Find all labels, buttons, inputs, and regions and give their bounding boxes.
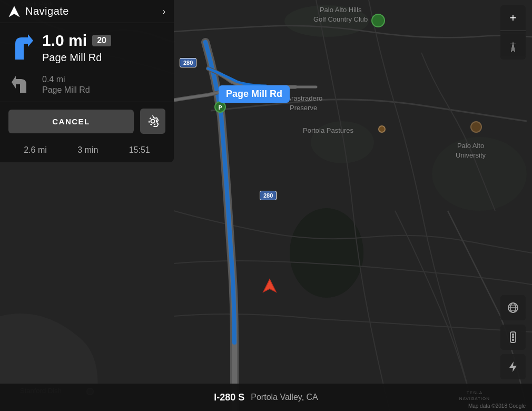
highway-badge-main: 280	[260, 191, 277, 200]
svg-point-4	[432, 137, 527, 211]
primary-street: Page Mill Rd	[42, 52, 111, 64]
portola-pastures-icon	[378, 125, 386, 133]
primary-instruction: 1.0 mi 20 Page Mill Rd	[0, 23, 174, 70]
nav-header-left: Navigate	[8, 5, 69, 17]
svg-marker-14	[511, 42, 515, 52]
svg-marker-10	[9, 6, 19, 17]
svg-point-2	[311, 121, 374, 163]
stat-time: 15:51	[129, 145, 150, 155]
secondary-info: 0.4 mi Page Mill Rd	[42, 75, 90, 95]
traffic-button[interactable]	[500, 325, 526, 350]
primary-distance: 1.0 mi	[42, 32, 87, 50]
primary-info: 1.0 mi 20 Page Mill Rd	[42, 32, 111, 64]
highway-badge-top: 280	[180, 58, 196, 67]
bolt-icon	[507, 360, 519, 373]
svg-text:P: P	[219, 105, 222, 111]
settings-button[interactable]	[140, 109, 165, 134]
primary-distance-row: 1.0 mi 20	[42, 32, 111, 50]
location-label: Portola Valley, CA	[251, 393, 318, 402]
trip-stats: 2.6 mi 3 min 15:51	[0, 140, 174, 162]
secondary-street: Page Mill Rd	[42, 85, 90, 95]
stat-distance: 2.6 mi	[24, 145, 47, 155]
svg-point-3	[290, 208, 363, 298]
bottom-bar: I-280 S Portola Valley, CA TESLA NAVIGAT…	[0, 384, 532, 411]
actions-row: CANCEL	[0, 102, 174, 140]
navigate-icon	[8, 6, 20, 17]
road-label: I-280 S	[214, 392, 244, 403]
svg-point-21	[512, 334, 514, 336]
compass-icon	[507, 41, 519, 53]
svg-point-23	[512, 339, 514, 341]
svg-point-1	[284, 5, 369, 37]
svg-point-11	[151, 120, 155, 123]
primary-turn-icon	[8, 32, 35, 64]
nav-direction-button[interactable]	[500, 34, 526, 60]
svg-point-8	[471, 122, 481, 132]
secondary-distance: 0.4 mi	[42, 75, 90, 84]
svg-marker-24	[509, 361, 517, 372]
svg-point-7	[372, 14, 385, 27]
nav-expand-icon[interactable]: ›	[163, 7, 165, 16]
map-credit: Map data ©2018 Google	[468, 403, 526, 409]
gear-icon	[147, 115, 159, 127]
zoom-in-button[interactable]: +	[500, 5, 526, 31]
svg-point-22	[512, 336, 514, 338]
tesla-navigation-label: TESLA NAVIGATION	[459, 390, 490, 402]
nav-title: Navigate	[25, 5, 69, 17]
car-position-marker	[262, 278, 277, 293]
charging-button[interactable]	[500, 354, 526, 379]
svg-marker-9	[263, 279, 276, 292]
globe-button[interactable]	[500, 295, 526, 320]
globe-icon	[507, 301, 519, 314]
page-mill-rd-callout: Page Mill Rd	[219, 85, 290, 103]
navigation-panel: Navigate › 1.0 mi 20 Page Mill Rd	[0, 0, 174, 162]
cancel-button[interactable]: CANCEL	[8, 110, 134, 133]
bottom-right-controls	[500, 295, 526, 379]
stat-duration: 3 min	[77, 145, 98, 155]
secondary-turn-icon	[8, 74, 35, 95]
traffic-light-icon	[507, 331, 519, 344]
nav-header: Navigate ›	[0, 0, 174, 23]
speed-badge: 20	[92, 35, 111, 46]
secondary-instruction: 0.4 mi Page Mill Rd	[0, 70, 174, 102]
